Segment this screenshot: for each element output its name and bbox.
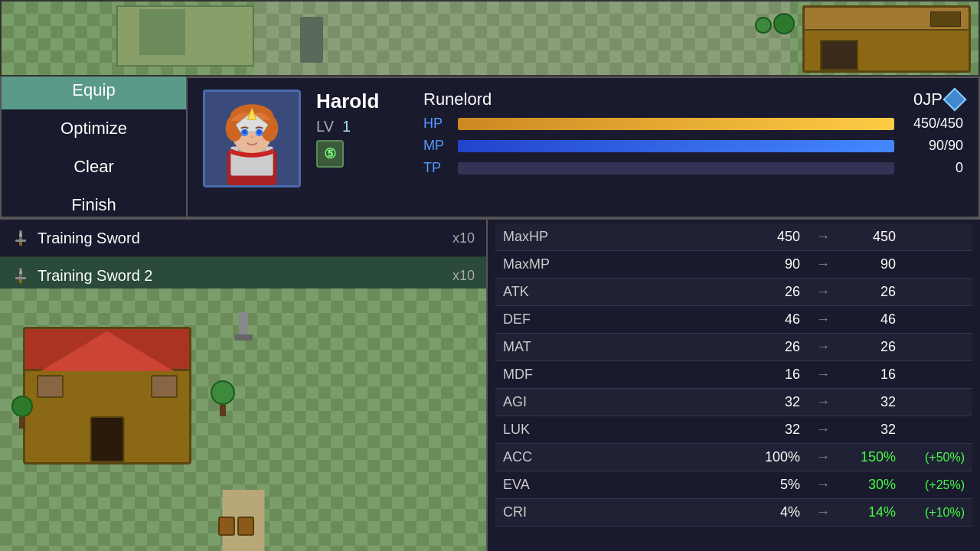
hp-bar-row: HP 450/450 xyxy=(423,116,963,132)
level-value: 1 xyxy=(342,118,351,135)
equip-map-background xyxy=(0,289,486,551)
equip-list: Training Sword x10 Training Sword 2 x10 xyxy=(0,220,488,551)
stat-new-10: 14% xyxy=(835,504,896,520)
stat-arrow-6: → xyxy=(812,394,835,410)
stat-new-6: 32 xyxy=(835,394,896,410)
mp-bar-fill xyxy=(458,140,894,152)
char-class-stats: Runelord 0JP HP 450/450 MP xyxy=(423,90,963,176)
tp-bar-row: TP 0 xyxy=(423,160,963,176)
stat-current-4: 26 xyxy=(564,339,812,355)
mp-value: 90/90 xyxy=(902,138,963,154)
stat-arrow-8: → xyxy=(812,449,835,465)
stat-name-10: CRI xyxy=(503,504,564,520)
svg-point-12 xyxy=(243,130,247,135)
stat-arrow-1: → xyxy=(812,256,835,272)
stats-panel: MaxHP 450 → 450 MaxMP 90 → 90 ATK 26 → 2… xyxy=(488,220,980,551)
stat-diff-8: (+50%) xyxy=(896,451,965,465)
sword-icon-0 xyxy=(11,229,30,247)
stat-row-agi: AGI 32 → 32 xyxy=(495,389,972,416)
equip-item-0[interactable]: Training Sword x10 xyxy=(0,220,486,257)
stat-arrow-4: → xyxy=(812,339,835,355)
stat-current-2: 26 xyxy=(564,284,812,300)
stat-row-cri: CRI 4% → 14% (+10%) xyxy=(495,499,972,527)
mp-label: MP xyxy=(423,138,450,154)
stat-current-5: 16 xyxy=(564,367,812,383)
stat-row-mat: MAT 26 → 26 xyxy=(495,334,972,361)
stat-row-luk: LUK 32 → 32 xyxy=(495,416,972,444)
stat-name-5: MDF xyxy=(503,367,564,383)
jp-value: 0JP xyxy=(913,90,942,109)
class-name: Runelord xyxy=(423,90,492,109)
stat-row-atk: ATK 26 → 26 xyxy=(495,279,972,306)
stat-row-maxhp: MaxHP 450 → 450 xyxy=(495,223,972,251)
stat-row-acc: ACC 100% → 150% (+50%) xyxy=(495,444,972,471)
hp-bar-container xyxy=(458,118,894,130)
menu-item-clear[interactable]: Clear xyxy=(2,148,186,186)
tp-bar-container xyxy=(458,162,894,174)
svg-rect-19 xyxy=(15,277,26,279)
char-info: Harold LV 1 ⑤ Runelord 0JP xyxy=(188,78,978,217)
stat-current-10: 4% xyxy=(564,504,812,520)
stat-new-5: 16 xyxy=(835,367,896,383)
sword-icon-1 xyxy=(11,266,30,285)
stat-current-9: 5% xyxy=(564,477,812,493)
top-map-area xyxy=(0,0,980,77)
svg-rect-17 xyxy=(19,242,22,246)
stat-current-8: 100% xyxy=(564,449,812,465)
level-label: LV xyxy=(316,118,334,135)
stat-name-7: LUK xyxy=(503,422,564,438)
tp-value: 0 xyxy=(902,160,963,176)
stat-new-2: 26 xyxy=(835,284,896,300)
char-portrait xyxy=(203,90,301,187)
mp-bar-container xyxy=(458,140,894,152)
svg-rect-21 xyxy=(19,279,22,283)
stat-new-1: 90 xyxy=(835,256,896,272)
menu-item-optimize[interactable]: Optimize xyxy=(2,109,186,148)
menu-item-equip[interactable]: Equip xyxy=(2,71,186,109)
char-class-icon: ⑤ xyxy=(316,140,344,168)
stat-row-mdf: MDF 16 → 16 xyxy=(495,361,972,389)
stat-row-def: DEF 46 → 46 xyxy=(495,306,972,334)
mp-bar-row: MP 90/90 xyxy=(423,138,963,154)
svg-rect-15 xyxy=(15,240,26,242)
stat-name-0: MaxHP xyxy=(503,229,564,245)
tp-label: TP xyxy=(423,160,450,176)
stat-row-maxmp: MaxMP 90 → 90 xyxy=(495,251,972,279)
stat-current-1: 90 xyxy=(564,256,812,272)
bottom-panels: Training Sword x10 Training Sword 2 x10 xyxy=(0,218,980,551)
stat-row-eva: EVA 5% → 30% (+25%) xyxy=(495,471,972,499)
stat-current-6: 32 xyxy=(564,394,812,410)
stat-arrow-7: → xyxy=(812,422,835,438)
stat-arrow-5: → xyxy=(812,367,835,383)
stat-name-9: EVA xyxy=(503,477,564,493)
svg-point-13 xyxy=(257,130,262,135)
stat-current-7: 32 xyxy=(564,422,812,438)
equip-item-name-1: Training Sword 2 xyxy=(38,267,152,285)
stat-name-6: AGI xyxy=(503,394,564,410)
main-ui: Equip Optimize Clear Finish xyxy=(0,77,980,551)
char-name: Harold xyxy=(316,90,408,113)
char-details: Harold LV 1 ⑤ xyxy=(316,90,408,168)
hp-label: HP xyxy=(423,116,450,132)
stat-new-9: 30% xyxy=(835,477,896,493)
stat-new-8: 150% xyxy=(835,449,896,465)
equip-item-count-1: x10 xyxy=(452,268,475,284)
character-panel: Equip Optimize Clear Finish xyxy=(0,77,980,218)
menu-sidebar: Equip Optimize Clear Finish xyxy=(2,78,188,217)
hp-bar-fill xyxy=(458,118,894,130)
stat-current-3: 46 xyxy=(564,311,812,328)
stat-name-8: ACC xyxy=(503,449,564,465)
stat-diff-9: (+25%) xyxy=(896,478,965,492)
char-level: LV 1 xyxy=(316,118,408,135)
stat-name-4: MAT xyxy=(503,339,564,355)
stat-name-1: MaxMP xyxy=(503,256,564,272)
class-jp-row: Runelord 0JP xyxy=(423,90,963,109)
stat-arrow-0: → xyxy=(812,229,835,245)
stat-new-0: 450 xyxy=(835,229,896,245)
stat-arrow-2: → xyxy=(812,284,835,300)
stat-arrow-10: → xyxy=(812,504,835,520)
hp-value: 450/450 xyxy=(902,116,963,132)
stat-new-4: 26 xyxy=(835,339,896,355)
stat-name-2: ATK xyxy=(503,284,564,300)
stat-new-7: 32 xyxy=(835,422,896,438)
